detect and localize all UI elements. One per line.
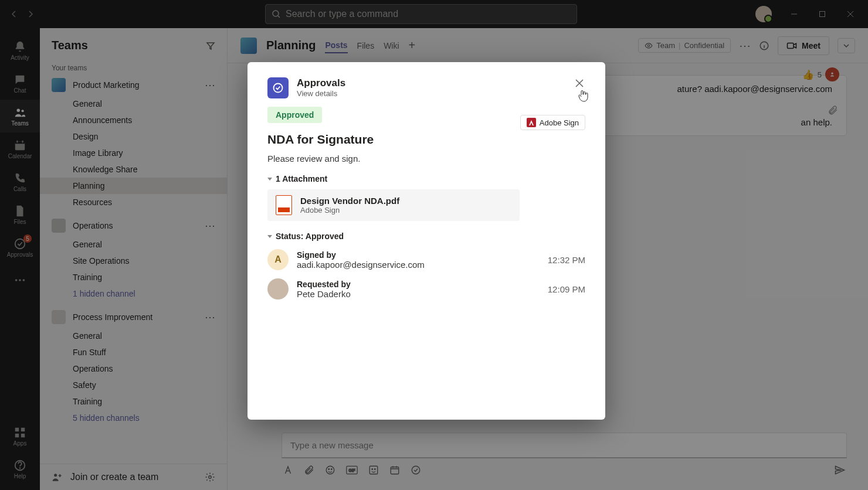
approvals-modal: Approvals View details Approved Adobe Si… (247, 62, 605, 420)
attachment-card[interactable]: Design Vendor NDA.pdf Adobe Sign (267, 189, 520, 221)
caret-icon (267, 178, 272, 181)
attachments-header[interactable]: 1 Attachment (267, 174, 585, 183)
provider-badge: Adobe Sign (520, 115, 585, 130)
timeline-label: Signed by (297, 250, 540, 260)
cursor-hand-icon (577, 89, 589, 102)
timeline-label: Requested by (297, 280, 540, 289)
svg-point-32 (274, 84, 283, 93)
status-badge: Approved (267, 107, 322, 123)
timeline-value: Pete Daderko (297, 289, 540, 299)
timeline-avatar (267, 278, 289, 300)
status-header[interactable]: Status: Approved (267, 232, 585, 241)
approval-title: NDA for Signature (267, 132, 585, 147)
attachment-name: Design Vendor NDA.pdf (300, 196, 399, 206)
close-icon (575, 79, 584, 88)
modal-subtitle: View details (297, 89, 345, 98)
timeline-time: 12:32 PM (548, 255, 585, 265)
modal-app-name: Approvals (297, 77, 345, 89)
timeline-row: Requested by Pete Daderko 12:09 PM (267, 278, 585, 300)
pdf-icon (276, 195, 292, 215)
approvals-app-icon (267, 77, 289, 98)
timeline-time: 12:09 PM (548, 284, 585, 294)
timeline-avatar: A (267, 249, 289, 270)
timeline-row: A Signed by aadi.kapoor@designservice.co… (267, 249, 585, 270)
modal-close-button[interactable] (574, 77, 585, 89)
attachment-provider: Adobe Sign (300, 206, 399, 215)
caret-icon (267, 235, 272, 238)
approval-description: Please review and sign. (267, 154, 585, 164)
timeline-value: aadi.kapoor@designservice.com (297, 260, 540, 270)
adobe-icon (527, 118, 536, 127)
